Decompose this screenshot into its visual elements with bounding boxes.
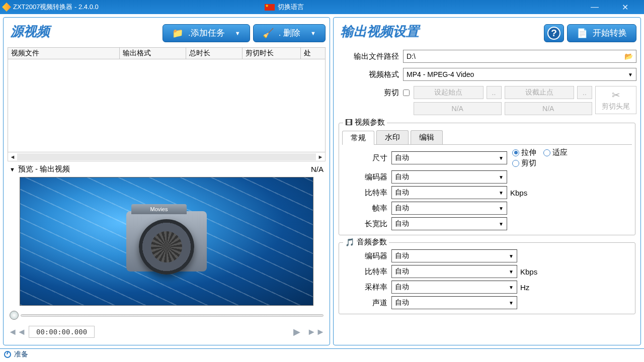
end-time-display: N/A [505, 102, 593, 115]
unit-hz: Hz [517, 283, 541, 292]
start-label: 开始转换 [593, 27, 627, 39]
status-text: 准备 [14, 350, 28, 359]
col-duration: 总时长 [186, 48, 243, 59]
close-button[interactable]: ✕ [615, 2, 635, 12]
flag-icon [265, 4, 275, 11]
cut-label: 剪切 [338, 86, 403, 98]
start-convert-button[interactable]: 📄 开始转换 [567, 24, 636, 42]
tab-edit[interactable]: 编辑 [411, 130, 443, 144]
sample-select[interactable]: 自动▼ [391, 281, 517, 294]
browse-folder-icon[interactable]: 📂 [624, 52, 633, 60]
out-path-label: 输出文件路径 [338, 52, 403, 61]
audio-params-fieldset: 🎵音频参数 编码器自动▼ 比特率自动▼Kbps 采样率自动▼Hz 声道自动▼ [339, 242, 635, 314]
add-task-button[interactable]: 📁 .添加任务 ▼ [163, 24, 250, 42]
collapse-icon[interactable]: ▼ [10, 166, 15, 172]
delete-button[interactable]: 🧹 . 删除 ▼ [253, 24, 326, 42]
vbitrate-label: 比特率 [342, 188, 391, 198]
app-title: ZXT2007视频转换器 - 2.4.0.0 [13, 3, 99, 12]
video-params-label: 视频参数 [355, 118, 385, 127]
minimize-button[interactable]: — [585, 2, 605, 12]
output-panel: 输出视频设置 ? 📄 开始转换 输出文件路径 D:\ 📂 视频格式 MP4 - … [333, 17, 641, 345]
channel-select[interactable]: 自动▼ [391, 296, 517, 309]
radio-fit[interactable]: 适应 [543, 148, 568, 157]
source-title: 源视频 [8, 22, 53, 44]
app-icon [2, 3, 11, 12]
timecode: 00:00:00.000 [29, 326, 95, 338]
abitrate-select[interactable]: 自动▼ [391, 265, 517, 278]
scroll-right-icon[interactable]: ► [316, 153, 325, 161]
col-format: 输出格式 [120, 48, 186, 59]
channel-label: 声道 [342, 298, 391, 308]
prev-button[interactable]: ◄◄ [10, 326, 25, 338]
table-header: 视频文件 输出格式 总时长 剪切时长 处 [8, 47, 326, 59]
vencoder-label: 编码器 [342, 172, 391, 182]
add-task-label: .添加任务 [188, 27, 225, 39]
set-end-button: 设截止点 [505, 86, 575, 99]
size-select[interactable]: 自动▼ [391, 151, 507, 164]
abitrate-label: 比特率 [342, 267, 391, 277]
audio-params-label: 音频参数 [357, 237, 387, 247]
help-button[interactable]: ? [544, 24, 564, 42]
preview-area [20, 177, 313, 306]
seek-slider[interactable] [10, 311, 324, 320]
start-time-display: N/A [414, 102, 502, 115]
aspect-select[interactable]: 自动▼ [391, 217, 507, 230]
fps-label: 帧率 [342, 204, 391, 213]
col-process: 处 [301, 48, 325, 59]
unit-kbps: Kbps [507, 189, 531, 197]
cut-checkbox[interactable] [403, 89, 410, 96]
size-label: 尺寸 [342, 153, 391, 163]
out-path-input[interactable]: D:\ 📂 [403, 50, 636, 63]
end-dot-button: .. [577, 86, 592, 99]
format-label: 视频格式 [338, 70, 403, 79]
set-start-button: 设起始点 [414, 86, 484, 99]
chevron-down-icon: ▼ [628, 72, 633, 77]
tab-general[interactable]: 常规 [342, 131, 374, 145]
aspect-label: 长宽比 [342, 219, 391, 229]
aencoder-label: 编码器 [342, 251, 391, 261]
col-file: 视频文件 [8, 48, 120, 59]
radio-stretch[interactable]: 拉伸 [512, 148, 536, 157]
output-title: 输出视频设置 [338, 22, 422, 44]
scroll-left-icon[interactable]: ◄ [8, 153, 17, 161]
cut-head-tail-button: ✂ 剪切头尾 [595, 86, 636, 114]
source-panel: 源视频 📁 .添加任务 ▼ 🧹 . 删除 ▼ 视频文件 输出格式 总时长 剪切时… [3, 17, 330, 345]
hscrollbar[interactable]: ◄ ► [8, 152, 326, 161]
convert-icon: 📄 [577, 28, 588, 39]
table-body[interactable] [8, 59, 326, 152]
help-icon: ? [547, 27, 560, 40]
col-cut: 剪切时长 [243, 48, 301, 59]
note-icon: 🎵 [345, 238, 355, 247]
preview-na: N/A [311, 165, 324, 173]
status-icon [4, 351, 11, 358]
slider-thumb[interactable] [10, 311, 19, 320]
preview-label: 预览 - 输出视频 [18, 164, 70, 174]
chevron-down-icon: ▼ [310, 30, 316, 36]
film-icon: 🎞 [345, 118, 353, 127]
start-dot-button: .. [487, 86, 502, 99]
broom-icon: 🧹 [263, 28, 274, 39]
fps-select[interactable]: 自动▼ [391, 202, 507, 215]
video-params-fieldset: 🎞视频参数 常规 水印 编辑 尺寸 自动▼ 拉伸 适应 剪切 编码器自动▼ 比特… [339, 123, 635, 235]
folder-icon: 📁 [172, 28, 183, 39]
tab-watermark[interactable]: 水印 [376, 130, 409, 144]
play-button[interactable]: ▶ [289, 326, 304, 338]
radio-crop[interactable]: 剪切 [512, 158, 568, 168]
vbitrate-select[interactable]: 自动▼ [391, 186, 507, 199]
format-select[interactable]: MP4 - MPEG-4 Video ▼ [403, 68, 636, 81]
delete-label: . 删除 [279, 27, 300, 39]
scissors-icon: ✂ [612, 89, 620, 101]
next-button[interactable]: ►► [308, 326, 324, 338]
aencoder-select[interactable]: 自动▼ [391, 249, 517, 262]
titlebar: ZXT2007视频转换器 - 2.4.0.0 切换语言 — ✕ [0, 0, 644, 14]
sample-label: 采样率 [342, 283, 391, 292]
vencoder-select[interactable]: 自动▼ [391, 170, 507, 184]
lang-switch[interactable]: 切换语言 [278, 3, 304, 12]
unit-kbps2: Kbps [517, 267, 541, 276]
statusbar: 准备 [0, 348, 644, 359]
chevron-down-icon: ▼ [235, 30, 240, 36]
movie-reel-icon [126, 211, 207, 272]
